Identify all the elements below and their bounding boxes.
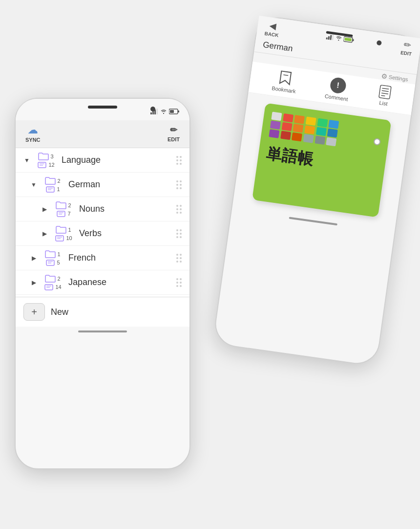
sync-icon: ☁ xyxy=(28,124,38,136)
palette-cell xyxy=(270,120,281,130)
german-label: German xyxy=(68,179,172,190)
svg-line-37 xyxy=(381,93,388,94)
svg-rect-3 xyxy=(156,109,158,114)
palette-cell xyxy=(269,129,279,138)
palette-cell xyxy=(327,129,338,138)
folder-svg-nouns xyxy=(56,201,66,209)
expand-arrow-german[interactable]: ▼ xyxy=(30,181,37,188)
french-label: French xyxy=(68,253,172,263)
svg-marker-32 xyxy=(280,71,291,85)
folder-svg-german xyxy=(45,176,56,185)
palette-cell xyxy=(281,122,292,132)
svg-rect-0 xyxy=(150,112,152,114)
new-folder-button[interactable]: + xyxy=(23,303,45,321)
palette-cell xyxy=(294,115,305,124)
folder-icon-verbs: 1 10 xyxy=(52,225,75,242)
flashcard-palette xyxy=(269,112,340,147)
back-arrow-icon: ◀ xyxy=(269,20,277,32)
edit-button-right[interactable]: ✏ EDIT xyxy=(400,39,413,57)
camera-left xyxy=(150,107,155,111)
notch-left xyxy=(88,106,117,109)
palette-knob xyxy=(373,138,381,146)
palette-cell xyxy=(283,113,294,123)
japanese-label: Japanese xyxy=(68,277,172,287)
flashcard[interactable]: 単語帳 xyxy=(252,103,391,217)
folder-icon-japanese: 2 14 xyxy=(41,274,64,290)
svg-line-33 xyxy=(283,75,288,75)
svg-line-38 xyxy=(381,95,385,96)
signal-icon-right xyxy=(326,34,335,41)
drag-handle-german xyxy=(176,180,182,189)
palette-cell xyxy=(304,125,315,134)
tree-item-german[interactable]: ▼ 2 1 German xyxy=(16,173,189,197)
back-label: BACK xyxy=(264,31,279,38)
svg-rect-28 xyxy=(332,34,334,40)
palette-cell xyxy=(306,116,316,126)
expand-arrow-nouns[interactable]: ▶ xyxy=(41,206,48,213)
tree-item-language[interactable]: ▼ 3 12 Language xyxy=(16,148,189,173)
flashcard-area: 単語帳 xyxy=(232,92,411,228)
edit-pencil-icon-right: ✏ xyxy=(403,39,412,51)
svg-rect-6 xyxy=(170,110,174,113)
verbs-label: Verbs xyxy=(79,228,172,239)
tree-item-nouns[interactable]: ▶ 2 7 Nouns xyxy=(16,197,189,221)
toolbar-comment[interactable]: ! Comment xyxy=(324,76,351,102)
settings-gear-icon: ⚙ xyxy=(380,72,388,81)
new-area: + New xyxy=(16,297,189,327)
expand-arrow-language[interactable]: ▼ xyxy=(23,157,30,164)
palette-cell xyxy=(271,112,282,121)
palette-cell xyxy=(315,135,325,145)
drag-handle-language xyxy=(176,156,182,165)
back-button[interactable]: ◀ BACK xyxy=(264,20,280,38)
bookmark-icon xyxy=(277,70,293,87)
tree-item-japanese[interactable]: ▶ 2 14 Japanese xyxy=(16,270,189,295)
wifi-icon xyxy=(160,109,167,114)
folder-icon-german: 2 1 xyxy=(41,176,64,193)
edit-button-left[interactable]: ✏ EDIT xyxy=(168,125,180,142)
drag-handle-french xyxy=(176,254,182,263)
language-label: Language xyxy=(62,155,172,165)
toolbar-bookmark[interactable]: Bookmark xyxy=(272,69,298,94)
status-bar-left xyxy=(16,99,189,120)
drag-handle-japanese xyxy=(176,278,182,287)
edit-label-right: EDIT xyxy=(400,50,412,57)
tree-content: ▼ 3 12 Language xyxy=(16,148,189,327)
tree-item-french[interactable]: ▶ 1 5 French xyxy=(16,246,189,270)
left-header: ☁ SYNC ✏ EDIT xyxy=(16,120,189,148)
left-phone: ☁ SYNC ✏ EDIT ▼ 3 xyxy=(15,98,190,469)
palette-cell xyxy=(293,124,304,133)
palette-cell xyxy=(292,132,302,142)
flashcard-title: 単語帳 xyxy=(265,143,378,179)
svg-rect-31 xyxy=(344,38,352,42)
new-label: New xyxy=(51,307,68,317)
palette-cell xyxy=(326,137,337,147)
palette-cell xyxy=(280,131,291,140)
expand-arrow-japanese[interactable]: ▶ xyxy=(30,279,37,286)
battery-icon-right xyxy=(343,36,355,44)
expand-arrow-verbs[interactable]: ▶ xyxy=(41,230,48,237)
palette-cell xyxy=(329,120,339,129)
right-phone: ◀ BACK ✏ EDIT xyxy=(212,15,420,367)
tree-item-verbs[interactable]: ▶ 1 10 Verbs xyxy=(16,221,189,246)
folder-svg-french xyxy=(45,250,56,258)
toolbar-list[interactable]: List xyxy=(377,85,392,107)
folder-icon-french: 1 5 xyxy=(41,250,64,266)
palette-cell xyxy=(317,118,328,128)
card-svg-language xyxy=(37,161,47,168)
nouns-label: Nouns xyxy=(79,204,172,214)
folder-svg-verbs xyxy=(56,225,66,234)
card-svg-japanese xyxy=(44,283,54,290)
home-indicator-left xyxy=(78,331,127,332)
folder-svg-japanese xyxy=(45,274,56,283)
svg-line-35 xyxy=(382,88,389,89)
expand-arrow-french[interactable]: ▶ xyxy=(30,255,37,262)
svg-rect-27 xyxy=(330,35,332,40)
edit-label-left: EDIT xyxy=(168,136,180,142)
svg-rect-25 xyxy=(326,37,328,39)
folder-icon-language: 3 12 xyxy=(34,152,58,168)
svg-rect-30 xyxy=(352,39,354,41)
sync-button[interactable]: ☁ SYNC xyxy=(25,124,41,143)
drag-handle-verbs xyxy=(176,229,182,238)
folder-icon-nouns: 2 7 xyxy=(52,201,75,217)
edit-pencil-icon: ✏ xyxy=(170,125,177,135)
